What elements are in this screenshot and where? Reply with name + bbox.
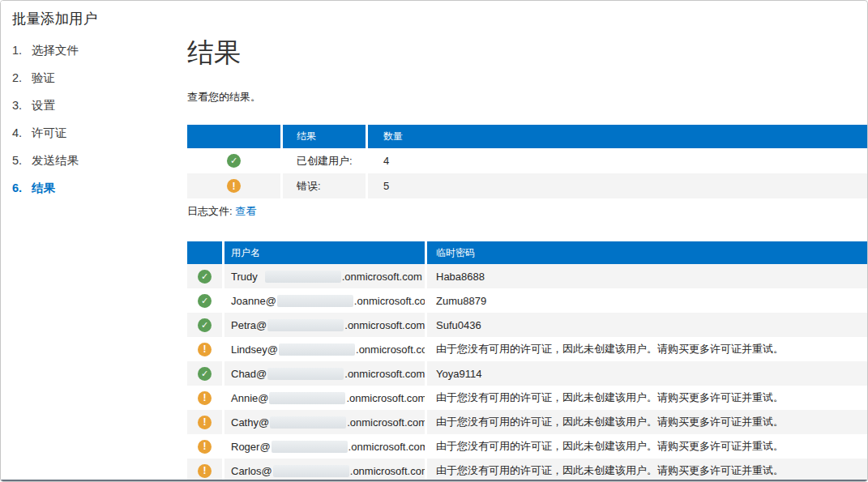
- redacted-domain: [265, 271, 341, 283]
- user-prefix: Petra@: [231, 319, 267, 331]
- table-row: ✓ Chad@.onmicrosoft.com Yoya9114: [187, 361, 867, 386]
- step-results-current[interactable]: 6. 结果: [12, 181, 79, 208]
- summary-table-header: 结果 数量: [187, 125, 867, 148]
- log-file-label: 日志文件:: [187, 205, 233, 217]
- table-row: ! Annie@.onmicrosoft.com 由于您没有可用的许可证，因此未…: [187, 386, 867, 410]
- user-suffix: .onmicrosoft.com: [344, 368, 425, 380]
- results-table-header: 用户名 临时密码: [187, 241, 867, 264]
- wizard-title: 批量添加用户: [12, 9, 97, 28]
- username-cell: Cathy@.onmicrosoft.com: [224, 410, 425, 434]
- warning-icon: !: [227, 179, 241, 193]
- password-cell: Haba8688: [427, 264, 867, 288]
- step-label: 结果: [32, 181, 55, 196]
- summary-header-icon-col: [187, 125, 280, 148]
- step-label: 发送结果: [32, 153, 79, 168]
- error-message-cell: 由于您没有可用的许可证，因此未创建该用户。请购买更多许可证并重试。: [427, 386, 867, 410]
- error-message-cell: 由于您没有可用的许可证，因此未创建该用户。请购买更多许可证并重试。: [427, 337, 867, 361]
- step-label: 设置: [32, 98, 55, 113]
- warning-icon: !: [198, 416, 212, 429]
- user-suffix: .onmicrosoft.com: [350, 465, 425, 477]
- password-cell: Yoya9114: [427, 361, 867, 386]
- table-row: ✓ Trudy.onmicrosoft.com Haba8688: [187, 264, 867, 288]
- results-header-username: 用户名: [224, 241, 425, 264]
- redacted-domain: [273, 465, 349, 477]
- username-cell: Annie@.onmicrosoft.com: [224, 386, 425, 410]
- user-prefix: Chad@: [231, 368, 267, 380]
- step-number: 6.: [12, 181, 32, 194]
- user-suffix: .onmicrosoft.com: [346, 392, 425, 404]
- view-log-link[interactable]: 查看: [235, 205, 256, 217]
- warning-icon: !: [198, 391, 212, 405]
- warning-icon: !: [198, 343, 212, 356]
- summary-count: 5: [368, 173, 867, 198]
- table-row: ✓ Joanne@.onmicrosoft.com Zumu8879: [187, 288, 867, 313]
- redacted-domain: [267, 368, 344, 380]
- results-header-icon-col: [187, 241, 222, 264]
- success-icon: ✓: [198, 318, 212, 332]
- table-row: ! Lindsey@.onmicrosoft.com 由于您没有可用的许可证，因…: [187, 337, 867, 361]
- username-cell: Lindsey@.onmicrosoft.com: [224, 337, 425, 361]
- results-subtitle: 查看您的结果。: [187, 90, 261, 105]
- user-prefix: Joanne@: [231, 295, 276, 307]
- step-verify[interactable]: 2. 验证: [12, 70, 79, 98]
- results-panel: 结果 查看您的结果。 结果 数量 ✓ 已创建用户: 4 ! 错误: 5 日志文件…: [187, 1, 867, 481]
- warning-icon: !: [198, 464, 212, 478]
- step-send-results[interactable]: 5. 发送结果: [12, 153, 79, 181]
- error-message-cell: 由于您没有可用的许可证，因此未创建该用户。请购买更多许可证并重试。: [427, 410, 867, 434]
- table-row: ! Roger@.onmicrosoft.com 由于您没有可用的许可证，因此未…: [187, 434, 867, 459]
- table-row: ! Carlos@.onmicrosoft.com 由于您没有可用的许可证，因此…: [187, 459, 867, 482]
- step-licenses[interactable]: 4. 许可证: [12, 126, 79, 153]
- redacted-domain: [272, 441, 348, 453]
- user-suffix: .onmicrosoft.com: [348, 441, 425, 453]
- user-suffix: .onmicrosoft.com: [342, 271, 422, 283]
- username-cell: Trudy.onmicrosoft.com: [224, 264, 425, 288]
- step-number: 4.: [12, 126, 32, 139]
- success-icon: ✓: [198, 294, 212, 308]
- error-message-cell: 由于您没有可用的许可证，因此未创建该用户。请购买更多许可证并重试。: [427, 459, 867, 482]
- wizard-sidebar: 批量添加用户 1. 选择文件 2. 验证 3. 设置 4. 许可证 5. 发送结…: [1, 1, 187, 481]
- warning-icon: !: [198, 440, 212, 454]
- step-label: 许可证: [32, 126, 67, 141]
- step-settings[interactable]: 3. 设置: [12, 98, 79, 126]
- summary-label: 已创建用户:: [283, 148, 366, 173]
- step-number: 2.: [12, 71, 32, 84]
- summary-header-count: 数量: [368, 125, 867, 148]
- summary-count: 4: [368, 148, 867, 173]
- summary-row-errors: ! 错误: 5: [187, 173, 867, 198]
- user-suffix: .onmicrosoft.com: [347, 416, 425, 429]
- password-cell: Sufu0436: [427, 313, 867, 337]
- username-cell: Petra@.onmicrosoft.com: [224, 313, 425, 337]
- user-prefix: Cathy@: [231, 416, 269, 429]
- success-icon: ✓: [227, 154, 241, 168]
- results-header-password: 临时密码: [427, 241, 867, 264]
- wizard-steps: 1. 选择文件 2. 验证 3. 设置 4. 许可证 5. 发送结果 6. 结果: [12, 43, 79, 208]
- user-suffix: .onmicrosoft.com: [354, 295, 425, 307]
- user-suffix: .onmicrosoft.com: [344, 319, 425, 331]
- username-cell: Carlos@.onmicrosoft.com: [224, 459, 425, 482]
- summary-label: 错误:: [283, 173, 366, 198]
- table-row: ! Cathy@.onmicrosoft.com 由于您没有可用的许可证，因此未…: [187, 410, 867, 434]
- page-title: 结果: [187, 36, 241, 69]
- step-number: 5.: [12, 154, 32, 167]
- user-prefix: Roger@: [231, 441, 271, 453]
- user-prefix: Annie@: [231, 392, 268, 404]
- log-file-line: 日志文件: 查看: [187, 204, 256, 219]
- redacted-domain: [269, 392, 345, 404]
- success-icon: ✓: [198, 270, 212, 284]
- table-row: ✓ Petra@.onmicrosoft.com Sufu0436: [187, 313, 867, 337]
- redacted-domain: [270, 416, 346, 429]
- user-suffix: .onmicrosoft.com: [356, 343, 425, 356]
- username-cell: Chad@.onmicrosoft.com: [224, 361, 425, 386]
- step-label: 选择文件: [32, 43, 79, 58]
- summary-table: 结果 数量 ✓ 已创建用户: 4 ! 错误: 5: [187, 125, 867, 198]
- step-label: 验证: [32, 70, 55, 86]
- user-prefix: Lindsey@: [231, 343, 278, 356]
- user-prefix: Carlos@: [231, 465, 272, 477]
- username-cell: Roger@.onmicrosoft.com: [224, 434, 425, 459]
- bulk-add-users-wizard: 批量添加用户 1. 选择文件 2. 验证 3. 设置 4. 许可证 5. 发送结…: [0, 0, 868, 482]
- redacted-domain: [267, 319, 344, 331]
- step-number: 1.: [12, 44, 32, 57]
- redacted-domain: [277, 295, 353, 307]
- user-prefix: Trudy: [231, 271, 258, 283]
- step-select-file[interactable]: 1. 选择文件: [12, 43, 79, 70]
